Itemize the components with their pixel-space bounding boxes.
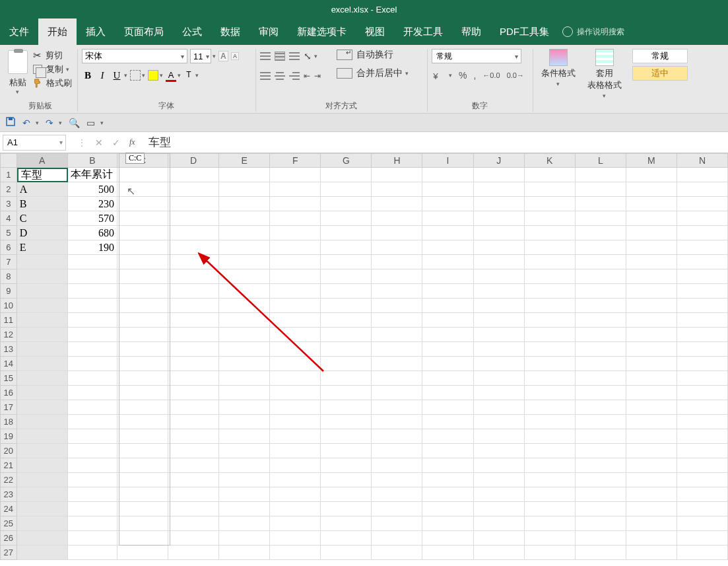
grow-font-button[interactable]: A (218, 51, 228, 61)
cell[interactable] (576, 299, 626, 313)
cell[interactable] (422, 458, 473, 473)
cell[interactable] (321, 386, 372, 400)
name-box[interactable]: A1 (3, 135, 66, 151)
row-header[interactable]: 12 (0, 328, 17, 342)
cell[interactable] (270, 182, 321, 197)
cell[interactable]: 230 (68, 197, 117, 211)
cell[interactable] (474, 284, 525, 299)
cell[interactable] (372, 487, 422, 502)
cell[interactable] (168, 299, 219, 313)
cell[interactable] (168, 168, 219, 182)
cell[interactable] (270, 546, 321, 560)
cell[interactable] (626, 240, 677, 255)
font-size-select[interactable]: 11 (190, 49, 211, 63)
cell[interactable] (219, 429, 270, 444)
tab-review[interactable]: 审阅 (249, 18, 288, 45)
cell[interactable] (117, 444, 168, 458)
cell[interactable] (372, 197, 422, 211)
cell[interactable] (17, 371, 68, 386)
cell[interactable] (168, 284, 219, 299)
cell[interactable] (422, 357, 473, 371)
cell[interactable] (576, 444, 626, 458)
cell[interactable] (525, 444, 576, 458)
cell[interactable] (576, 313, 626, 328)
cell[interactable] (270, 299, 321, 313)
cell[interactable] (677, 444, 728, 458)
cell[interactable] (270, 415, 321, 429)
cut-button[interactable]: ✂ 剪切 (33, 49, 72, 62)
row-header[interactable]: 1 (0, 168, 17, 182)
cell[interactable] (372, 429, 422, 444)
cell[interactable] (68, 487, 117, 502)
cell[interactable] (474, 487, 525, 502)
cell[interactable] (321, 197, 372, 211)
cell[interactable] (168, 211, 219, 226)
cell[interactable] (68, 444, 117, 458)
cell[interactable] (626, 299, 677, 313)
cell[interactable] (422, 546, 473, 560)
cell[interactable] (17, 342, 68, 357)
cell[interactable] (422, 371, 473, 386)
cell[interactable] (17, 255, 68, 269)
cell[interactable] (270, 531, 321, 546)
cell[interactable] (422, 386, 473, 400)
cell[interactable] (626, 371, 677, 386)
underline-button[interactable]: U (111, 70, 123, 81)
cell[interactable] (117, 226, 168, 240)
conditional-format-button[interactable]: 条件格式 ▾ (537, 49, 579, 87)
cell[interactable] (422, 226, 473, 240)
cell[interactable]: A (17, 182, 68, 197)
cell[interactable] (474, 546, 525, 560)
cell[interactable] (117, 328, 168, 342)
cell[interactable] (17, 444, 68, 458)
cell[interactable] (117, 255, 168, 269)
column-header-L[interactable]: L (576, 153, 626, 168)
cell[interactable] (321, 444, 372, 458)
tab-devtools[interactable]: 开发工具 (394, 18, 452, 45)
cell[interactable] (17, 269, 68, 284)
cell[interactable] (576, 502, 626, 516)
cell[interactable] (474, 371, 525, 386)
row-header[interactable]: 20 (0, 444, 17, 458)
cell[interactable] (168, 197, 219, 211)
cell[interactable] (626, 487, 677, 502)
cell[interactable] (576, 415, 626, 429)
cell[interactable] (677, 255, 728, 269)
cell[interactable] (117, 240, 168, 255)
cell[interactable] (270, 516, 321, 531)
cell[interactable] (525, 386, 576, 400)
cell[interactable] (321, 546, 372, 560)
cell[interactable] (525, 473, 576, 487)
format-painter-button[interactable]: 格式刷 (33, 77, 72, 90)
cell[interactable] (168, 473, 219, 487)
row-header[interactable]: 18 (0, 415, 17, 429)
cell[interactable] (677, 168, 728, 182)
row-header[interactable]: 3 (0, 197, 17, 211)
cell[interactable] (372, 240, 422, 255)
cell[interactable] (626, 458, 677, 473)
cell[interactable] (626, 197, 677, 211)
cell[interactable] (576, 371, 626, 386)
cell[interactable] (677, 386, 728, 400)
cell[interactable] (422, 299, 473, 313)
cell[interactable] (17, 386, 68, 400)
cell[interactable] (321, 211, 372, 226)
cell[interactable] (270, 168, 321, 182)
cell[interactable] (270, 400, 321, 415)
cell[interactable] (68, 531, 117, 546)
cell[interactable] (117, 197, 168, 211)
cell[interactable] (626, 502, 677, 516)
cell[interactable] (576, 197, 626, 211)
cell[interactable] (321, 284, 372, 299)
cell[interactable] (321, 458, 372, 473)
save-button[interactable] (5, 116, 16, 129)
column-header-F[interactable]: F (270, 153, 321, 168)
cell[interactable] (168, 240, 219, 255)
cell[interactable] (17, 284, 68, 299)
cell[interactable] (17, 502, 68, 516)
cell[interactable] (422, 284, 473, 299)
cell[interactable] (422, 313, 473, 328)
cell[interactable] (168, 429, 219, 444)
cell[interactable] (117, 487, 168, 502)
cell[interactable] (372, 386, 422, 400)
